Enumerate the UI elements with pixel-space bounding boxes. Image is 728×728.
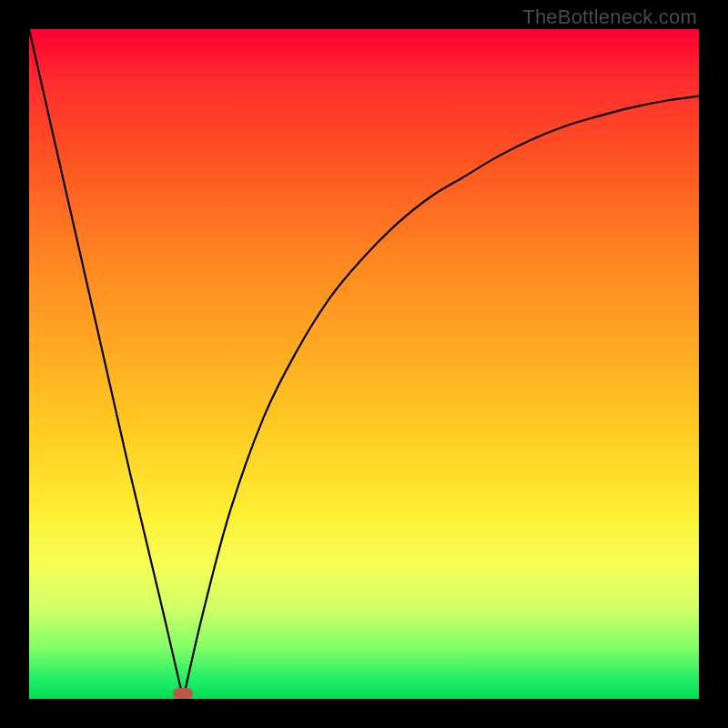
curve-path bbox=[29, 29, 699, 699]
bottleneck-curve bbox=[29, 29, 699, 699]
plot-area bbox=[29, 29, 699, 699]
chart-frame: TheBottleneck.com bbox=[0, 0, 728, 728]
watermark-text: TheBottleneck.com bbox=[522, 5, 697, 29]
minimum-marker bbox=[173, 688, 193, 699]
